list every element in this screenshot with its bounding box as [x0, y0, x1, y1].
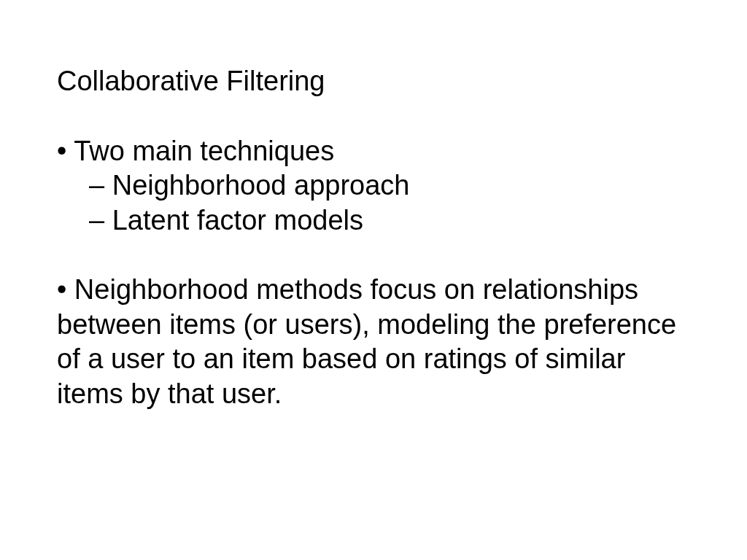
sub-bullet-latent-factor: – Latent factor models: [57, 203, 690, 238]
bullet-main-techniques: • Two main techniques: [57, 134, 690, 169]
bullet-neighborhood-description: • Neighborhood methods focus on relation…: [57, 273, 690, 411]
sub-bullet-neighborhood: – Neighborhood approach: [57, 168, 690, 203]
slide-title: Collaborative Filtering: [57, 64, 690, 99]
bullet-group-techniques: • Two main techniques – Neighborhood app…: [57, 134, 690, 238]
